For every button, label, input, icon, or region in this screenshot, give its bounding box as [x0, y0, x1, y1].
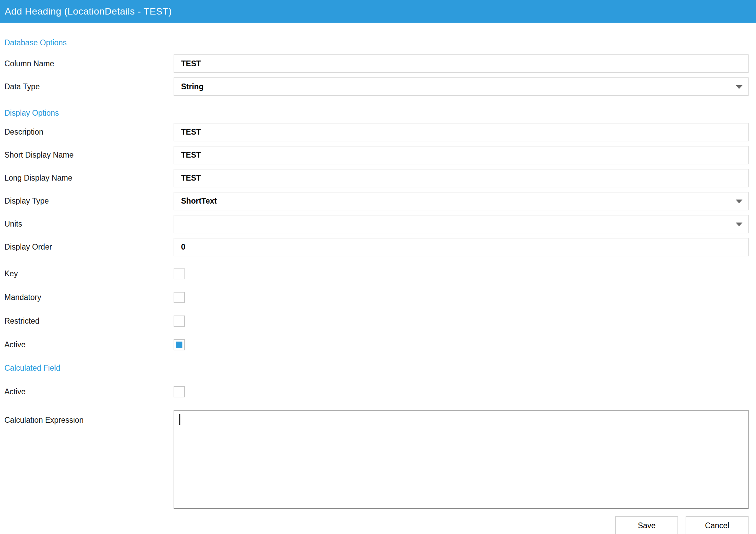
save-button[interactable]: Save — [615, 516, 678, 534]
key-label: Key — [4, 269, 174, 278]
display-type-select[interactable]: ShortText — [174, 192, 749, 210]
key-checkbox[interactable] — [174, 268, 185, 279]
text-cursor — [179, 414, 180, 425]
dialog-content: Database Options Column Name Data Type S… — [0, 38, 756, 534]
data-type-label: Data Type — [4, 82, 174, 91]
section-header-display-options: Display Options — [4, 108, 749, 118]
dialog-window: Add Heading (LocationDetails - TEST) Dat… — [0, 0, 756, 534]
cancel-button[interactable]: Cancel — [686, 516, 749, 534]
short-display-name-label: Short Display Name — [4, 150, 174, 160]
data-type-select[interactable]: String — [174, 77, 749, 96]
display-type-label: Display Type — [4, 196, 174, 206]
field-row-key: Key — [4, 268, 749, 279]
column-name-input[interactable] — [174, 54, 749, 73]
units-select[interactable] — [174, 215, 749, 233]
mandatory-checkbox[interactable] — [174, 292, 185, 303]
display-type-selected-value: ShortText — [181, 196, 217, 206]
chevron-down-icon — [736, 85, 742, 89]
field-row-short-display-name: Short Display Name — [4, 146, 749, 164]
data-type-selected-value: String — [181, 82, 203, 91]
column-name-label: Column Name — [4, 59, 174, 68]
field-row-display-order: Display Order — [4, 238, 749, 256]
field-row-active: Active — [4, 339, 749, 350]
field-row-long-display-name: Long Display Name — [4, 169, 749, 187]
field-row-restricted: Restricted — [4, 316, 749, 327]
field-row-mandatory: Mandatory — [4, 292, 749, 303]
description-label: Description — [4, 127, 174, 137]
field-row-calc-active: Active — [4, 386, 749, 397]
long-display-name-label: Long Display Name — [4, 173, 174, 183]
titlebar: Add Heading (LocationDetails - TEST) — [0, 0, 756, 23]
calc-active-label: Active — [4, 387, 174, 396]
field-row-units: Units — [4, 215, 749, 233]
active-checkbox[interactable] — [174, 339, 185, 350]
field-row-description: Description — [4, 123, 749, 141]
field-row-column-name: Column Name — [4, 54, 749, 73]
display-order-label: Display Order — [4, 242, 174, 252]
section-header-database-options: Database Options — [4, 38, 749, 47]
restricted-label: Restricted — [4, 317, 174, 326]
mandatory-label: Mandatory — [4, 293, 174, 302]
description-input[interactable] — [174, 123, 749, 141]
window-title: Add Heading (LocationDetails - TEST) — [5, 6, 172, 17]
calculation-expression-textarea[interactable] — [174, 410, 749, 509]
chevron-down-icon — [736, 223, 742, 226]
section-header-calculated-field: Calculated Field — [4, 364, 749, 372]
field-row-display-type: Display Type ShortText — [4, 192, 749, 210]
short-display-name-input[interactable] — [174, 146, 749, 164]
calc-active-checkbox[interactable] — [174, 386, 185, 397]
field-row-data-type: Data Type String — [4, 77, 749, 96]
dialog-buttons: Save Cancel — [4, 516, 749, 534]
chevron-down-icon — [736, 200, 742, 203]
field-row-calculation-expression: Calculation Expression — [4, 410, 749, 509]
calculation-expression-label: Calculation Expression — [4, 410, 174, 509]
active-label: Active — [4, 340, 174, 349]
display-order-input[interactable] — [174, 238, 749, 256]
long-display-name-input[interactable] — [174, 169, 749, 187]
restricted-checkbox[interactable] — [174, 316, 185, 327]
units-label: Units — [4, 219, 174, 229]
